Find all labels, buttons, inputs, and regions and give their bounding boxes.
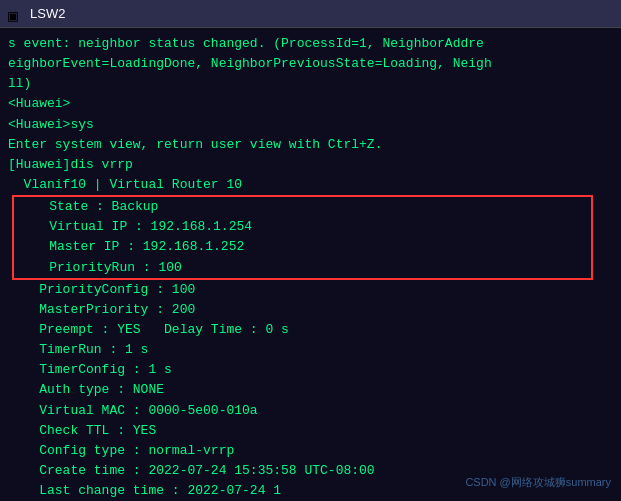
window-title: LSW2 <box>30 6 65 21</box>
terminal-line: s event: neighbor status changed. (Proce… <box>8 34 613 54</box>
terminal-line: TimerConfig : 1 s <box>8 360 613 380</box>
terminal-line: Config type : normal-vrrp <box>8 441 613 461</box>
terminal-line: MasterPriority : 200 <box>8 300 613 320</box>
window-icon: ▣ <box>8 6 24 22</box>
terminal-line-highlighted: State : Backup <box>18 197 587 217</box>
terminal-line-highlighted: Virtual IP : 192.168.1.254 <box>18 217 587 237</box>
terminal-line: Virtual MAC : 0000-5e00-010a <box>8 401 613 421</box>
terminal-line: [Huawei]dis vrrp <box>8 155 613 175</box>
terminal-line: TimerRun : 1 s <box>8 340 613 360</box>
terminal-line: Vlanif10 | Virtual Router 10 <box>8 175 613 195</box>
terminal-line: eighborEvent=LoadingDone, NeighborPrevio… <box>8 54 613 74</box>
terminal-line: Auth type : NONE <box>8 380 613 400</box>
terminal-line-highlighted: PriorityRun : 100 <box>18 258 587 278</box>
terminal-line: PriorityConfig : 100 <box>8 280 613 300</box>
terminal-line: <Huawei> <box>8 94 613 114</box>
terminal-output[interactable]: s event: neighbor status changed. (Proce… <box>0 28 621 501</box>
terminal-line: ll) <box>8 74 613 94</box>
terminal-line: Preempt : YES Delay Time : 0 s <box>8 320 613 340</box>
terminal-line-highlighted: Master IP : 192.168.1.252 <box>18 237 587 257</box>
watermark: CSDN @网络攻城狮summary <box>465 474 611 491</box>
terminal-line: Enter system view, return user view with… <box>8 135 613 155</box>
title-bar: ▣ LSW2 <box>0 0 621 28</box>
highlight-box: State : Backup Virtual IP : 192.168.1.25… <box>12 195 593 280</box>
terminal-line: <Huawei>sys <box>8 115 613 135</box>
terminal-line: Check TTL : YES <box>8 421 613 441</box>
